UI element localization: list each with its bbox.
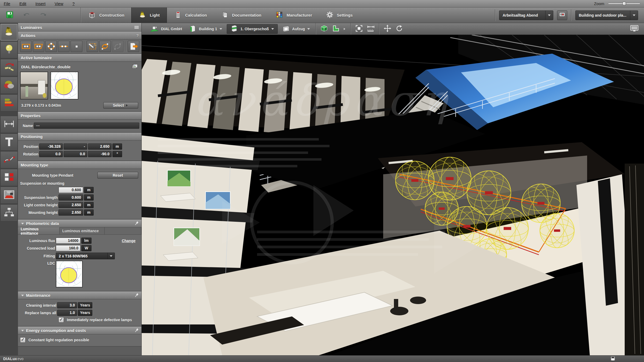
tab-calculation[interactable]: Calculation xyxy=(167,8,214,23)
menu-insert[interactable]: Insert xyxy=(35,1,46,6)
render-view-button[interactable] xyxy=(557,10,567,20)
chevron-down-icon[interactable] xyxy=(630,11,638,20)
single-luminaire-button[interactable] xyxy=(71,41,82,52)
save-icon[interactable] xyxy=(6,11,13,20)
tool-light-colour[interactable] xyxy=(0,77,18,94)
cad-3d-viewport[interactable]: ανάδραση xyxy=(142,35,644,355)
replace-lamps-field[interactable]: 1.0 xyxy=(57,310,77,316)
tool-measure[interactable] xyxy=(0,116,18,133)
connected-load-field[interactable]: 160.0 xyxy=(56,245,80,251)
pan-button[interactable] xyxy=(382,24,393,34)
space-selector[interactable]: Aufzug xyxy=(279,23,313,35)
replace-luminaire-button[interactable] xyxy=(99,41,111,52)
mounting-height-field[interactable]: 2.650 xyxy=(58,209,83,216)
tool-lamps[interactable] xyxy=(0,41,18,58)
actions-header: Actions ? xyxy=(18,32,141,39)
undo-icon[interactable] xyxy=(23,12,30,19)
help-icon[interactable]: ? xyxy=(136,33,139,38)
luminaire-ldc-thumbnail[interactable] xyxy=(50,72,78,99)
light-scene-dropdown[interactable]: Arbeitsalltag Abend xyxy=(499,10,553,20)
tool-false-colour[interactable] xyxy=(0,187,18,204)
chevron-down-icon[interactable] xyxy=(107,253,115,259)
view-plan-button[interactable] xyxy=(330,24,342,34)
tool-hierarchy[interactable] xyxy=(0,204,18,221)
reset-button[interactable]: Reset xyxy=(97,172,138,179)
hierarchy-icon xyxy=(3,207,15,219)
measure-tool-button[interactable] xyxy=(365,24,377,34)
tab-luminous-emittance-2[interactable]: Luminous emittance xyxy=(60,227,105,234)
immediately-replace-checkbox[interactable] xyxy=(58,317,64,323)
tab-light[interactable]: Light xyxy=(131,8,167,23)
building-selector[interactable]: Building 1 xyxy=(185,23,226,35)
tab-settings[interactable]: Settings xyxy=(319,8,360,23)
menu-view[interactable]: View xyxy=(55,1,63,6)
chevron-down-icon[interactable] xyxy=(545,11,553,20)
tool-arrangement[interactable] xyxy=(0,59,18,76)
tool-energy[interactable] xyxy=(0,94,18,112)
rotation-z-field[interactable]: -90.0 xyxy=(88,151,112,157)
tool-polyline[interactable] xyxy=(0,151,18,168)
field-arrangement-button[interactable] xyxy=(20,41,32,52)
panel-title-bar: Luminaires xyxy=(18,23,141,32)
polygon-arrangement-button[interactable] xyxy=(33,41,44,52)
select-luminaire-button[interactable]: Select xyxy=(103,102,138,109)
tool-text[interactable] xyxy=(0,134,18,151)
zoom-slider-knob[interactable] xyxy=(622,2,626,6)
site-selector[interactable]: DIAL GmbH xyxy=(147,23,185,35)
position-x-field[interactable]: -36.328 xyxy=(39,143,63,150)
auto-arrangement-button[interactable] xyxy=(87,41,98,52)
view-more-button[interactable] xyxy=(342,24,348,34)
chevron-down-icon[interactable] xyxy=(219,28,222,31)
menu-edit[interactable]: Edit xyxy=(19,1,26,6)
luminaire-photo-thumbnail[interactable] xyxy=(20,72,48,99)
suspension-or-mounting-field[interactable]: 0.600 xyxy=(58,187,83,193)
export-arrangement-button[interactable] xyxy=(128,41,139,52)
panel-title: Luminaires xyxy=(21,25,42,30)
construction-icon xyxy=(88,11,96,20)
maintenance-header[interactable]: Maintenance xyxy=(18,291,141,299)
chevron-down-icon[interactable] xyxy=(307,28,310,31)
tab-construction[interactable]: Construction xyxy=(81,8,131,23)
name-input[interactable]: --- xyxy=(34,123,139,129)
constant-light-checkbox[interactable] xyxy=(20,337,25,343)
redo-icon[interactable] xyxy=(40,12,47,19)
pin-icon[interactable] xyxy=(135,221,139,226)
menu-help[interactable]: ? xyxy=(72,1,75,6)
pin-icon[interactable] xyxy=(135,293,139,298)
fitting-label: Fitting xyxy=(20,254,55,258)
rotation-y-field[interactable]: 0.0 xyxy=(64,151,87,157)
toolbar-separator xyxy=(495,9,495,21)
zoom-fit-button[interactable] xyxy=(353,24,365,34)
view-mode-dropdown[interactable]: Building and outdoor pla... xyxy=(575,10,638,20)
suspension-length-field[interactable]: 0.600 xyxy=(58,194,83,201)
fullscreen-view-button[interactable] xyxy=(628,24,640,34)
position-y-field[interactable]: - xyxy=(64,143,87,150)
energy-header[interactable]: Energy consumption and costs xyxy=(18,327,141,334)
storey-selector[interactable]: 1. Obergeschoß xyxy=(227,24,278,34)
view-3d-button[interactable] xyxy=(318,24,330,34)
tool-calc-surfaces[interactable] xyxy=(0,169,18,186)
pin-icon[interactable] xyxy=(135,328,139,333)
tool-luminaires[interactable] xyxy=(0,24,18,41)
line-arrangement-button[interactable] xyxy=(58,41,69,52)
zoom-slider[interactable] xyxy=(608,3,640,4)
position-z-field[interactable]: 2.650 xyxy=(88,143,112,150)
circle-arrangement-button[interactable] xyxy=(45,41,57,52)
tab-documentation[interactable]: Documentation xyxy=(214,8,268,23)
tab-luminous-emittance-1[interactable]: Luminous emittance xyxy=(18,227,60,234)
luminous-flux-field[interactable]: 14000 xyxy=(56,238,80,244)
fitting-dropdown[interactable]: 2 x T16 80W/965 xyxy=(56,253,115,259)
rotation-x-field[interactable]: 0.0 xyxy=(39,151,63,157)
tab-manufacturer[interactable]: Manufacturer xyxy=(268,8,319,23)
photometric-header[interactable]: Photometric data xyxy=(18,220,141,227)
light-centre-height-field[interactable]: 2.650 xyxy=(58,202,83,208)
menu-file[interactable]: File xyxy=(4,1,10,6)
tool-strip xyxy=(0,23,18,355)
cleaning-interval-field[interactable]: 3.0 xyxy=(57,302,77,308)
chevron-down-icon[interactable] xyxy=(271,28,274,31)
luminous-flux-unit: lm xyxy=(81,238,92,244)
menu-icon[interactable] xyxy=(134,26,139,29)
orbit-button[interactable] xyxy=(393,24,405,34)
change-link[interactable]: Change xyxy=(122,239,136,243)
catalog-icon[interactable] xyxy=(132,64,138,70)
